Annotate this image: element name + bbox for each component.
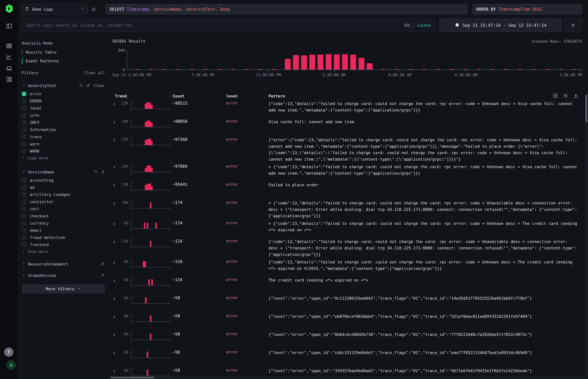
histogram-bar[interactable] bbox=[342, 54, 348, 70]
load-more-button[interactable]: Load more bbox=[22, 155, 105, 161]
filter-option[interactable]: frontend bbox=[22, 241, 105, 248]
checkbox[interactable] bbox=[22, 185, 26, 190]
table-row[interactable]: 60~174error× {"code":13,"details":"faile… bbox=[109, 220, 584, 238]
filter-option[interactable]: Information bbox=[22, 126, 105, 133]
hyperdx-logo-icon[interactable] bbox=[5, 4, 14, 13]
table-row[interactable]: 60~58error{"level":"error","span_id":"cd… bbox=[109, 349, 584, 368]
histogram-bar[interactable] bbox=[367, 63, 372, 70]
search-input[interactable]: Search your events w/ Lucene ex. column:… bbox=[22, 19, 435, 32]
dashboards-icon[interactable] bbox=[5, 75, 13, 84]
table-row[interactable]: 60~58error{"level":"error","span_id":"6b… bbox=[109, 331, 584, 349]
table-row[interactable]: 60~116errorThe credit card (ending <*> e… bbox=[109, 277, 584, 295]
histogram-bar[interactable] bbox=[293, 55, 299, 70]
table-row[interactable]: 60~58error{"level":"error","span_id":"eb… bbox=[109, 313, 584, 331]
column-header-trend[interactable]: Trend bbox=[115, 94, 127, 98]
table-row[interactable]: 22K~98523error{"code":13,"details":"fail… bbox=[109, 100, 584, 119]
checkbox[interactable] bbox=[22, 113, 26, 118]
filter-option[interactable]: cart bbox=[22, 205, 105, 212]
chart-explorer-icon[interactable] bbox=[5, 53, 13, 61]
checkbox[interactable] bbox=[22, 228, 26, 233]
checkbox[interactable] bbox=[22, 242, 26, 247]
column-header-pattern[interactable]: Pattern bbox=[268, 94, 285, 98]
horizontal-scrollbar-thumb[interactable] bbox=[110, 377, 154, 379]
histogram-bar[interactable] bbox=[334, 54, 340, 70]
filter-group-header[interactable]: ScopeVersion bbox=[22, 273, 105, 278]
checkbox[interactable] bbox=[22, 199, 26, 204]
filter-option[interactable]: checkout bbox=[22, 212, 105, 220]
checkbox[interactable] bbox=[22, 99, 26, 103]
histogram-bar[interactable] bbox=[326, 54, 332, 70]
column-drag-handle[interactable]: ⋮ bbox=[263, 93, 267, 98]
checkbox[interactable] bbox=[22, 221, 26, 225]
filter-option[interactable]: fraud-detection bbox=[22, 234, 105, 241]
filter-option[interactable]: error bbox=[22, 90, 105, 97]
filter-group-header[interactable]: SeverityTextClear bbox=[22, 83, 105, 88]
filter-option[interactable]: currency bbox=[22, 220, 105, 227]
view-source-icon[interactable] bbox=[553, 93, 558, 99]
checkbox[interactable] bbox=[22, 235, 26, 240]
histogram-bar[interactable] bbox=[358, 58, 364, 70]
gear-icon[interactable] bbox=[91, 6, 97, 13]
run-query-button[interactable] bbox=[564, 19, 582, 32]
checkbox[interactable] bbox=[22, 120, 26, 125]
table-row[interactable]: 22K~97069error× {"code":13,"details":"fa… bbox=[109, 164, 584, 182]
vertical-scrollbar-thumb[interactable] bbox=[585, 95, 587, 123]
filter-option[interactable]: ERROR bbox=[22, 97, 105, 105]
tab-results-table[interactable]: Results Table bbox=[22, 48, 105, 57]
checkbox[interactable] bbox=[22, 214, 26, 218]
table-row[interactable]: 120~116error{"code":13,"details":"failed… bbox=[109, 238, 584, 259]
search-icon[interactable] bbox=[94, 170, 98, 174]
time-range-picker[interactable]: Sep 11 15:47:14 - Sep 12 15:47:14 bbox=[440, 19, 562, 32]
logs-search-icon[interactable] bbox=[5, 42, 13, 50]
filter-option[interactable]: warn bbox=[22, 141, 105, 148]
column-drag-handle[interactable]: ⋮ bbox=[221, 93, 225, 98]
avatar[interactable]: U bbox=[6, 360, 16, 370]
order-by-input[interactable]: ORDER BY TimestampTime DESC bbox=[472, 4, 582, 14]
filter-option[interactable]: trace bbox=[22, 133, 105, 141]
histogram-bar[interactable] bbox=[301, 55, 307, 70]
wrap-text-icon[interactable] bbox=[563, 93, 568, 99]
checkbox[interactable] bbox=[22, 92, 26, 96]
checkbox[interactable] bbox=[22, 206, 26, 211]
column-header-count[interactable]: Count bbox=[173, 94, 185, 98]
filter-group-header[interactable]: ServiceName bbox=[22, 170, 105, 174]
clear-all-button[interactable]: Clear all bbox=[84, 71, 105, 75]
filter-option[interactable]: INFO bbox=[22, 119, 105, 126]
filter-clear-button[interactable]: Clear bbox=[94, 83, 105, 88]
tab-event-patterns[interactable]: Event Patterns bbox=[22, 57, 105, 65]
pin-icon[interactable] bbox=[101, 170, 105, 174]
table-row[interactable]: 60~58error{"level":"error","span_id":"0c… bbox=[109, 295, 584, 313]
table-row[interactable]: 22K~97360error{"error":{"code":13,"detai… bbox=[109, 137, 584, 164]
checkbox[interactable] bbox=[22, 135, 26, 139]
source-select[interactable]: Demo Logs bbox=[22, 4, 88, 14]
panel-toggle-icon[interactable] bbox=[5, 22, 13, 30]
search-icon[interactable] bbox=[79, 83, 83, 88]
table-row[interactable]: 22K~95441errorFailed to place order bbox=[109, 182, 584, 200]
checkbox[interactable] bbox=[22, 127, 26, 132]
checkbox[interactable] bbox=[22, 106, 26, 111]
lucene-mode-toggle[interactable]: Lucene bbox=[417, 23, 431, 28]
table-row[interactable]: 60~116error{"code":13,"details":"failed … bbox=[109, 259, 584, 277]
filter-option[interactable]: info bbox=[22, 112, 105, 119]
histogram-bar[interactable] bbox=[350, 55, 356, 70]
pin-icon[interactable] bbox=[101, 262, 105, 266]
horizontal-scrollbar-track[interactable] bbox=[110, 377, 586, 379]
filter-group-header[interactable]: ResourceSchemaUrl bbox=[22, 262, 105, 266]
histogram-bar[interactable] bbox=[309, 55, 315, 70]
vertical-scrollbar-track[interactable] bbox=[585, 93, 588, 378]
filter-option[interactable]: artillery-loadgen bbox=[22, 191, 105, 198]
checkbox[interactable] bbox=[22, 178, 26, 183]
load-more-button[interactable]: Show more bbox=[22, 248, 105, 255]
more-filters-button[interactable]: More filters bbox=[22, 284, 105, 294]
histogram-bar[interactable] bbox=[318, 55, 323, 70]
download-icon[interactable] bbox=[573, 93, 578, 99]
filter-option[interactable]: fatal bbox=[22, 105, 105, 112]
column-header-level[interactable]: level bbox=[226, 94, 238, 98]
pin-icon[interactable] bbox=[101, 273, 105, 278]
filter-option[interactable]: ad bbox=[22, 184, 105, 191]
checkbox[interactable] bbox=[22, 149, 26, 153]
filter-option[interactable]: accounting bbox=[22, 177, 105, 184]
table-row[interactable]: 24K~98058errorVisa cache full: cannot ad… bbox=[109, 119, 584, 137]
filter-option[interactable]: email bbox=[22, 227, 105, 234]
sql-mode-toggle[interactable]: SQL bbox=[404, 23, 411, 28]
